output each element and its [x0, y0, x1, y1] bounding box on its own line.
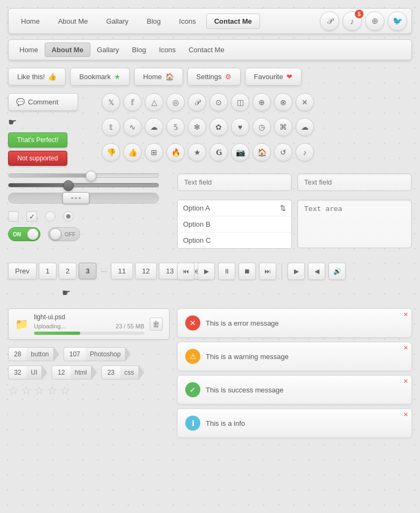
flower-circle[interactable]: ✿: [209, 118, 228, 136]
tag-count-12[interactable]: 12: [52, 366, 70, 380]
checkbox-checked[interactable]: ✓: [26, 211, 37, 222]
nav-item-gallary[interactable]: Gallary: [98, 13, 136, 29]
pinterest-icon-btn[interactable]: 𝒫: [320, 11, 339, 31]
toggle-on[interactable]: ON: [8, 227, 40, 241]
pause-button[interactable]: ⏸: [218, 263, 235, 280]
html5-circle[interactable]: 𝟝: [166, 118, 185, 136]
cloud-circle[interactable]: ☁: [145, 118, 163, 136]
asterisk-circle[interactable]: ✻: [188, 118, 206, 136]
star-3[interactable]: ☆: [34, 384, 45, 398]
tag-count-107[interactable]: 107: [64, 347, 86, 361]
star-5[interactable]: ☆: [60, 384, 71, 398]
circle-x-1[interactable]: ⊗: [274, 93, 292, 111]
nav-item-icons[interactable]: Icons: [171, 13, 204, 29]
circle-dot[interactable]: ⊙: [209, 93, 228, 111]
nav-item-contact[interactable]: Contact Me: [206, 13, 260, 29]
camera-circle[interactable]: 📷: [231, 143, 249, 161]
facebook-circle[interactable]: 𝕗: [123, 93, 142, 111]
delete-upload-button[interactable]: 🗑: [150, 318, 163, 331]
select-top[interactable]: Option A ⇅: [178, 200, 291, 216]
twitter-circle[interactable]: 𝕏: [102, 93, 120, 111]
play-button[interactable]: ▶: [198, 263, 215, 280]
tag-label-html[interactable]: html: [71, 366, 92, 380]
triangle-circle[interactable]: △: [145, 93, 163, 111]
option-b[interactable]: Option B: [178, 216, 291, 233]
target-circle[interactable]: ◎: [166, 93, 185, 111]
perfect-button[interactable]: That's Perfect!: [8, 132, 67, 147]
page-1[interactable]: 1: [39, 263, 57, 279]
star-circle[interactable]: ★: [188, 143, 206, 161]
warning-close-button[interactable]: ✕: [403, 345, 408, 352]
tag-label-css[interactable]: css: [120, 366, 139, 380]
textarea-field[interactable]: [297, 200, 412, 248]
skip-back-button[interactable]: ⏮: [177, 263, 194, 280]
success-close-button[interactable]: ✕: [403, 378, 408, 385]
refresh-circle[interactable]: ↺: [274, 143, 292, 161]
slider-2-thumb[interactable]: [63, 180, 74, 191]
page-2[interactable]: 2: [59, 263, 76, 279]
stop-button[interactable]: ⏹: [239, 263, 256, 280]
slider-1-thumb[interactable]: [86, 171, 96, 181]
nav2-item-contact[interactable]: Contact Me: [182, 43, 230, 57]
clock-circle[interactable]: ◷: [253, 118, 271, 136]
error-close-button[interactable]: ✕: [403, 311, 408, 318]
tag-count-32[interactable]: 32: [8, 366, 26, 380]
bookmark-button[interactable]: Bookmark ★: [70, 68, 130, 86]
tag-count-28[interactable]: 28: [8, 347, 26, 361]
fire-circle[interactable]: 🔥: [166, 143, 185, 161]
page-3[interactable]: 3: [79, 263, 96, 279]
toggle-off[interactable]: OFF: [48, 227, 80, 241]
pinterest-circle[interactable]: 𝒫: [188, 93, 206, 111]
x-circle[interactable]: ✕: [296, 93, 314, 111]
play2-button[interactable]: ▶: [288, 263, 305, 280]
windows-circle[interactable]: ⊞: [145, 143, 163, 161]
tag-label-photoshop[interactable]: Photoshop: [86, 347, 125, 361]
not-supported-button[interactable]: Not supported: [8, 151, 67, 166]
plus-circle[interactable]: ⊕: [253, 93, 271, 111]
volume-button[interactable]: 🔊: [328, 263, 346, 280]
nav2-item-icons[interactable]: Icons: [152, 43, 182, 57]
nav-item-about[interactable]: About Me: [50, 13, 96, 29]
tumblr-circle[interactable]: 𝕥: [102, 118, 120, 136]
skip-forward-button[interactable]: ⏭: [259, 263, 276, 280]
thumbsdown-circle[interactable]: 👎: [102, 143, 120, 161]
text-field-1[interactable]: [177, 173, 292, 191]
prev-button[interactable]: Prev: [8, 263, 37, 279]
music2-circle[interactable]: ♪: [296, 143, 314, 161]
tag-label-ui[interactable]: UI: [26, 366, 42, 380]
text-field-2[interactable]: [297, 173, 412, 191]
heart-circle[interactable]: ♥: [231, 118, 249, 136]
page-12[interactable]: 12: [135, 263, 157, 279]
nav-item-home[interactable]: Home: [13, 13, 48, 29]
star-2[interactable]: ☆: [21, 384, 32, 398]
page-11[interactable]: 11: [111, 263, 132, 279]
thumbsup-circle[interactable]: 👍: [123, 143, 142, 161]
wave-circle[interactable]: ∿: [123, 118, 142, 136]
like-button[interactable]: Like this! 👍: [8, 68, 66, 86]
checkbox-unchecked[interactable]: [8, 211, 19, 222]
favourite-button[interactable]: Favourite ❤: [245, 68, 302, 86]
cmd-circle[interactable]: ⌘: [274, 118, 292, 136]
nav-item-blog[interactable]: Blog: [139, 13, 169, 29]
comment-button[interactable]: 💬 Comment: [8, 93, 78, 111]
radio-checked[interactable]: [63, 211, 74, 222]
cloud2-circle[interactable]: ☁: [296, 118, 314, 136]
nav2-item-blog[interactable]: Blog: [125, 43, 152, 57]
settings-button[interactable]: Settings ⚙: [187, 68, 241, 86]
nav2-item-gallary[interactable]: Gallary: [90, 43, 125, 57]
globe-icon-btn[interactable]: ⊕: [365, 11, 384, 31]
home-button[interactable]: Home 🏠: [134, 68, 183, 86]
tag-label-button[interactable]: button: [26, 347, 53, 361]
music-icon-btn[interactable]: ♪ 5: [342, 11, 362, 31]
tag-count-23[interactable]: 23: [101, 366, 120, 380]
info-close-button[interactable]: ✕: [403, 411, 408, 418]
nav2-item-about[interactable]: About Me: [45, 43, 90, 57]
twitter-icon-btn[interactable]: 🐦: [388, 11, 407, 31]
star-4[interactable]: ☆: [47, 384, 58, 398]
gplus-circle[interactable]: 𝗚: [209, 143, 228, 161]
rewind-button[interactable]: ◀: [308, 263, 325, 280]
radio-unchecked[interactable]: [45, 211, 55, 222]
option-c[interactable]: Option C: [178, 233, 291, 248]
star-1[interactable]: ☆: [8, 384, 19, 398]
nav2-item-home[interactable]: Home: [13, 43, 45, 57]
